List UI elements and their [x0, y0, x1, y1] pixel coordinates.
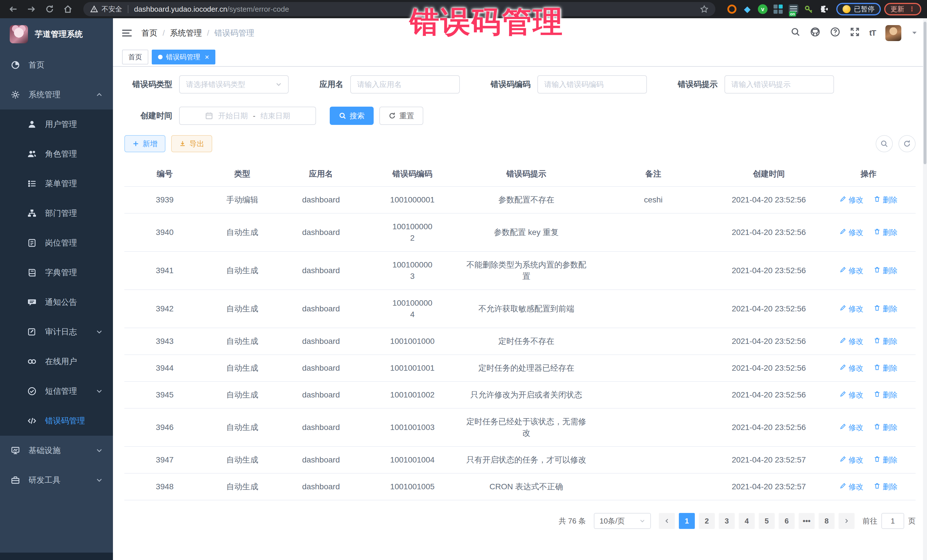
sidebar-item-audit-log[interactable]: 审计日志: [0, 317, 113, 347]
edit-link[interactable]: 修改: [839, 303, 863, 314]
browser-update-button[interactable]: 更新 ⋮: [884, 3, 921, 15]
sidebar-item-infra[interactable]: 基础设施: [0, 436, 113, 465]
delete-link[interactable]: 删除: [874, 422, 898, 433]
sidebar-item-home[interactable]: 首页: [0, 50, 113, 80]
page-button-page-1[interactable]: 1: [679, 513, 695, 529]
page-button-page-ellipsis[interactable]: •••: [799, 513, 815, 529]
tab-error-code[interactable]: 错误码管理 ×: [152, 50, 215, 64]
sidebar-item-error-code[interactable]: 错误码管理: [0, 406, 113, 436]
page-scrollbar[interactable]: [923, 18, 927, 560]
extension-key-icon[interactable]: [804, 4, 814, 14]
sidebar-logo[interactable]: 芋道管理系统: [0, 18, 113, 50]
extension-green-check-icon[interactable]: v: [758, 4, 768, 14]
page-button-page-8[interactable]: 8: [819, 513, 834, 529]
search-button[interactable]: 搜索: [330, 107, 374, 125]
tab-close-icon[interactable]: ×: [205, 53, 209, 61]
address-bar[interactable]: 不安全 dashboard.yudao.iocoder.cn/system/er…: [83, 2, 715, 16]
delete-link[interactable]: 删除: [874, 389, 898, 401]
hamburger-icon[interactable]: [122, 30, 132, 36]
breadcrumb-system[interactable]: 系统管理: [170, 28, 202, 38]
edit-link[interactable]: 修改: [839, 422, 863, 433]
delete-link[interactable]: 删除: [874, 265, 898, 276]
tab-home[interactable]: 首页: [122, 50, 148, 64]
prev-page-button[interactable]: [659, 513, 675, 529]
browser-home-icon[interactable]: [61, 2, 75, 17]
github-icon[interactable]: [810, 27, 820, 39]
extension-tabs-on-icon[interactable]: on: [789, 4, 799, 14]
fullscreen-icon[interactable]: [850, 27, 860, 39]
edit-link[interactable]: 修改: [839, 227, 863, 238]
delete-link[interactable]: 删除: [874, 454, 898, 466]
error-type-select[interactable]: 请选择错误码类型: [179, 75, 289, 94]
not-secure-label[interactable]: 不安全: [102, 5, 122, 14]
page-button-page-3[interactable]: 3: [719, 513, 735, 529]
delete-link[interactable]: 删除: [874, 481, 898, 492]
browser-reload-icon[interactable]: [42, 2, 57, 17]
sidebar-item-online-user[interactable]: 在线用户: [0, 347, 113, 376]
sidebar-item-sms[interactable]: 短信管理: [0, 376, 113, 406]
sidebar-item-menu[interactable]: 菜单管理: [0, 169, 113, 199]
header-search-icon[interactable]: [791, 27, 800, 39]
scrollbar-thumb[interactable]: [924, 22, 926, 164]
export-button[interactable]: 导出: [171, 135, 212, 152]
sidebar-item-post[interactable]: 岗位管理: [0, 228, 113, 258]
profile-paused-badge[interactable]: 已暂停: [836, 3, 881, 15]
sidebar-item-notice[interactable]: 通知公告: [0, 287, 113, 317]
help-icon[interactable]: [830, 27, 840, 39]
date-range-picker[interactable]: 开始日期 - 结束日期: [179, 107, 316, 125]
edit-link[interactable]: 修改: [839, 363, 863, 374]
reset-button[interactable]: 重置: [379, 107, 423, 125]
add-button[interactable]: 新增: [125, 135, 166, 152]
edit-link[interactable]: 修改: [839, 194, 863, 206]
page-button-page-6[interactable]: 6: [779, 513, 795, 529]
delete-link[interactable]: 删除: [874, 303, 898, 314]
sidebar-item-dept[interactable]: 部门管理: [0, 199, 113, 228]
profile-emoji-icon: [843, 5, 851, 13]
sidebar-item-user[interactable]: 用户管理: [0, 109, 113, 139]
extension-grid-icon[interactable]: [773, 4, 783, 14]
browser-menu-dots-icon[interactable]: ⋮: [909, 6, 915, 12]
page-button-page-4[interactable]: 4: [739, 513, 755, 529]
extension-orange-icon[interactable]: [727, 4, 737, 14]
pagination-total: 共 76 条: [559, 516, 586, 526]
breadcrumb: 首页 / 系统管理 / 错误码管理: [141, 28, 254, 38]
app-name-label: 应用名: [319, 79, 343, 90]
delete-link[interactable]: 删除: [874, 194, 898, 206]
extension-gem-icon[interactable]: ◆: [742, 4, 752, 14]
goto-page-input[interactable]: [881, 513, 904, 529]
toggle-search-button[interactable]: [876, 135, 893, 152]
font-size-icon[interactable]: tT: [869, 29, 876, 38]
page-button-page-2[interactable]: 2: [699, 513, 715, 529]
code-icon: [27, 416, 37, 425]
delete-link[interactable]: 删除: [874, 227, 898, 238]
edit-link[interactable]: 修改: [839, 265, 863, 276]
refresh-table-button[interactable]: [898, 135, 916, 152]
extensions-puzzle-icon[interactable]: [819, 4, 830, 14]
sidebar-item-system[interactable]: 系统管理: [0, 80, 113, 109]
browser-back-icon[interactable]: [6, 2, 21, 17]
edit-link[interactable]: 修改: [839, 389, 863, 401]
sidebar-item-role[interactable]: 角色管理: [0, 139, 113, 169]
edit-link[interactable]: 修改: [839, 335, 863, 347]
app-name-input[interactable]: 请输入应用名: [350, 75, 460, 94]
pencil-icon: [839, 227, 846, 238]
page-size-select[interactable]: 10条/页: [594, 513, 651, 529]
bookmark-star-icon[interactable]: [700, 5, 708, 14]
next-page-button[interactable]: [839, 513, 854, 529]
delete-link[interactable]: 删除: [874, 363, 898, 374]
delete-link[interactable]: 删除: [874, 335, 898, 347]
pencil-icon: [839, 389, 846, 401]
sidebar-item-dev-tools[interactable]: 研发工具: [0, 465, 113, 495]
browser-forward-icon[interactable]: [24, 2, 39, 17]
error-hint-input[interactable]: 请输入错误码提示: [725, 75, 834, 94]
dictionary-icon: [27, 268, 37, 277]
avatar-caret-down-icon[interactable]: [911, 28, 918, 38]
extensions-bar: ◆ v on: [727, 4, 830, 14]
user-avatar[interactable]: [885, 25, 901, 41]
breadcrumb-home[interactable]: 首页: [141, 28, 158, 38]
edit-link[interactable]: 修改: [839, 454, 863, 466]
sidebar-item-dict[interactable]: 字典管理: [0, 258, 113, 287]
page-button-page-5[interactable]: 5: [759, 513, 775, 529]
error-code-input[interactable]: 请输入错误码编码: [537, 75, 647, 94]
edit-link[interactable]: 修改: [839, 481, 863, 492]
